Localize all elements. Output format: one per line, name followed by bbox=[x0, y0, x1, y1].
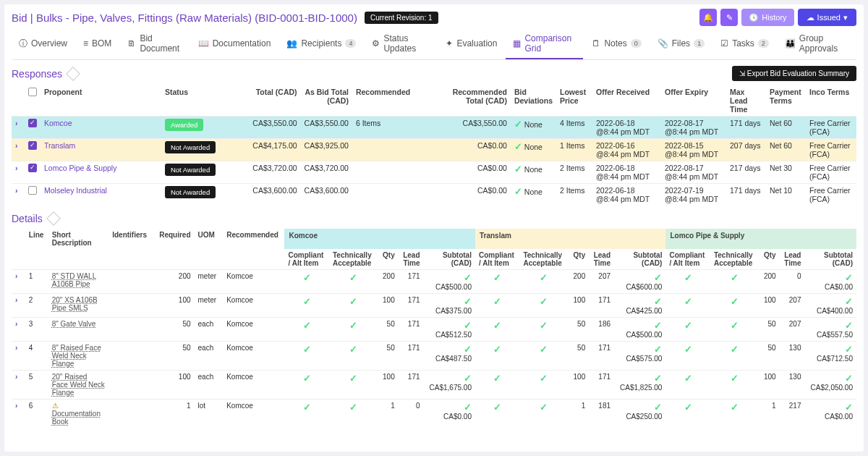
offer-expiry: 2022-08-17 @8:44 pm MDT bbox=[661, 117, 726, 139]
expand-row[interactable]: › bbox=[15, 344, 17, 352]
history-button[interactable]: 🕓History bbox=[741, 9, 793, 26]
row-checkbox[interactable] bbox=[28, 119, 37, 127]
tab-comparison-grid[interactable]: ▦Comparison Grid bbox=[506, 29, 583, 59]
expand-row[interactable]: › bbox=[15, 141, 18, 150]
status-badge: Awarded bbox=[165, 119, 203, 131]
expand-row[interactable]: › bbox=[15, 320, 17, 328]
lead: 130 bbox=[780, 342, 805, 371]
tab-overview[interactable]: ⓘOverview bbox=[12, 29, 75, 59]
qty: 100 bbox=[568, 371, 589, 400]
description[interactable]: ⚠Documentation Book bbox=[48, 400, 109, 428]
people-icon: 👥 bbox=[286, 38, 297, 48]
subtotal: ✓CA$487.50 bbox=[424, 342, 475, 371]
recommended bbox=[352, 184, 446, 206]
row-checkbox[interactable] bbox=[28, 186, 37, 195]
subtotal: ✓CA$500.00 bbox=[614, 318, 665, 342]
col-uom: UOM bbox=[195, 229, 224, 249]
check-icon: ✓ bbox=[493, 373, 501, 384]
tab-documentation[interactable]: 📖Documentation bbox=[191, 29, 278, 59]
expand-row[interactable]: › bbox=[15, 186, 18, 195]
deviations: ✓ None bbox=[511, 117, 556, 139]
identifiers bbox=[109, 294, 154, 318]
lowest-price: 2 Items bbox=[556, 184, 592, 206]
recommended: Komcoe bbox=[223, 342, 284, 371]
tab-status-updates[interactable]: ⚙Status Updates bbox=[365, 29, 437, 59]
tab-group-approvals[interactable]: 👪Group Approvals bbox=[778, 29, 856, 59]
deviations: ✓ None bbox=[511, 184, 556, 206]
bell-icon-button[interactable]: 🔔 bbox=[699, 9, 717, 26]
inco: Free Carrier (FCA) bbox=[806, 117, 856, 139]
description[interactable]: 20" Raised Face Weld Neck Flange bbox=[48, 371, 109, 400]
check-icon: ✓ bbox=[540, 402, 548, 413]
col-status: Status bbox=[161, 85, 249, 117]
description[interactable]: 8" Raised Face Weld Neck Flange bbox=[48, 342, 109, 371]
check-icon: ✓ bbox=[845, 272, 853, 283]
tab-recipients[interactable]: 👥Recipients4 bbox=[279, 29, 363, 59]
select-all-checkbox[interactable] bbox=[28, 88, 37, 96]
expand-row[interactable]: › bbox=[15, 119, 18, 127]
line-num: 3 bbox=[25, 318, 48, 342]
proponent-name[interactable]: Translam bbox=[41, 139, 161, 161]
row-checkbox[interactable] bbox=[28, 164, 37, 172]
check-icon: ✓ bbox=[464, 373, 472, 384]
rec-total: CA$0.00 bbox=[446, 139, 511, 161]
check-icon: ✓ bbox=[493, 296, 501, 307]
line-num: 1 bbox=[25, 270, 48, 294]
col-line: Line bbox=[25, 229, 48, 249]
expand-row[interactable]: › bbox=[15, 272, 17, 280]
col-asbid: As Bid Total (CAD) bbox=[301, 85, 352, 117]
proponent-name[interactable]: Komcoe bbox=[41, 117, 161, 139]
qty: 1 bbox=[378, 400, 399, 428]
description[interactable]: 20" XS A106B Pipe SMLS bbox=[48, 294, 109, 318]
detail-row: › 4 8" Raised Face Weld Neck Flange 50 e… bbox=[12, 342, 856, 371]
details-table: Line Short Description Identifiers Requi… bbox=[12, 229, 856, 428]
line-num: 2 bbox=[25, 294, 48, 318]
diamond-icon bbox=[46, 211, 61, 226]
row-checkbox[interactable] bbox=[28, 141, 37, 150]
proponent-name[interactable]: Lomco Pipe & Supply bbox=[41, 161, 161, 184]
expand-row[interactable]: › bbox=[15, 164, 18, 172]
detail-row: › 5 20" Raised Face Weld Neck Flange 100… bbox=[12, 371, 856, 400]
edit-icon-button[interactable]: ✎ bbox=[720, 9, 738, 26]
check-icon: ✓ bbox=[514, 141, 522, 152]
expand-row[interactable]: › bbox=[15, 402, 17, 410]
responses-table: Proponent Status Total (CAD) As Bid Tota… bbox=[12, 85, 856, 206]
proponent-name[interactable]: Molseley Industrial bbox=[41, 184, 161, 206]
tab-files[interactable]: 📎Files1 bbox=[650, 29, 712, 59]
col-expiry: Offer Expiry bbox=[661, 85, 726, 117]
expand-row[interactable]: › bbox=[15, 373, 17, 381]
tab-tasks[interactable]: ☑Tasks2 bbox=[713, 29, 776, 59]
expand-row[interactable]: › bbox=[15, 296, 17, 304]
check-icon: ✓ bbox=[654, 344, 662, 355]
check-icon: ✓ bbox=[514, 164, 522, 174]
tab-bom[interactable]: ≡BOM bbox=[76, 29, 119, 59]
doc-icon: 🗎 bbox=[127, 38, 136, 48]
tab-evaluation[interactable]: ✦Evaluation bbox=[438, 29, 504, 59]
recommended: Komcoe bbox=[223, 294, 284, 318]
qty: 100 bbox=[378, 294, 399, 318]
tab-notes[interactable]: 🗒Notes0 bbox=[584, 29, 648, 59]
tab-bid-document[interactable]: 🗎Bid Document bbox=[120, 29, 189, 59]
col-payment: Payment Terms bbox=[766, 85, 806, 117]
identifiers bbox=[109, 342, 154, 371]
details-title: Details bbox=[12, 213, 59, 224]
group-icon: 👪 bbox=[785, 38, 796, 48]
check-icon: ✓ bbox=[464, 272, 472, 283]
check-icon: ✓ bbox=[684, 373, 692, 384]
export-button[interactable]: ⇲ Export Bid Evaluation Summary bbox=[732, 66, 856, 81]
check-icon: ✓ bbox=[845, 320, 853, 331]
col-proponent: Proponent bbox=[41, 85, 161, 117]
required: 50 bbox=[154, 318, 195, 342]
qty: 100 bbox=[758, 371, 779, 400]
asbid: CA$3,720.00 bbox=[301, 161, 352, 184]
lead: 171 bbox=[399, 342, 424, 371]
required: 1 bbox=[154, 400, 195, 428]
check-icon: ✓ bbox=[493, 272, 501, 283]
issued-button[interactable]: ☁Issued▾ bbox=[798, 9, 856, 26]
lowest-price: 4 Items bbox=[556, 117, 592, 139]
qty: 50 bbox=[758, 342, 779, 371]
description[interactable]: 8" Gate Valve bbox=[48, 318, 109, 342]
required: 100 bbox=[154, 294, 195, 318]
bidder-translam: Translam bbox=[475, 229, 665, 249]
description[interactable]: 8" STD WALL A106B Pipe bbox=[48, 270, 109, 294]
